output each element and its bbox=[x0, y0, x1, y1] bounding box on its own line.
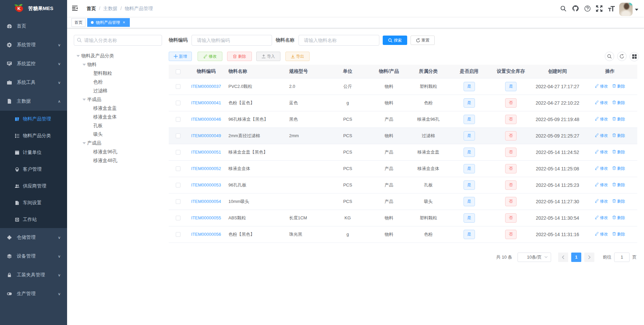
svg-text:K: K bbox=[17, 6, 21, 11]
